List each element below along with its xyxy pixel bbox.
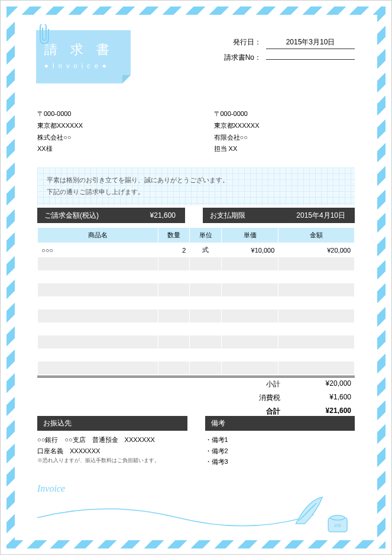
cell-qty bbox=[158, 309, 190, 322]
recipient-block: 〒000-0000 東京都XXXXXX 株式会社○○ XX様 bbox=[37, 108, 179, 155]
cell-price bbox=[221, 257, 278, 270]
tax-label: 消費税 bbox=[233, 393, 280, 403]
cell-qty: 2 bbox=[158, 243, 190, 257]
table-row bbox=[38, 296, 355, 309]
col-unit: 単位 bbox=[190, 228, 222, 243]
cell-amount bbox=[278, 283, 355, 296]
cell-name bbox=[38, 349, 158, 362]
col-name: 商品名 bbox=[38, 228, 158, 243]
title-sticky-note: 請 求 書 ● I n v o i c e ● bbox=[36, 30, 131, 83]
recipient-postal: 〒000-0000 bbox=[37, 108, 179, 120]
cell-qty bbox=[158, 257, 190, 270]
col-qty: 数量 bbox=[158, 228, 190, 243]
amount-box: ご請求金額(税込) ¥21,600 bbox=[37, 208, 185, 223]
cell-amount bbox=[278, 349, 355, 362]
sender-person: 担当 XX bbox=[214, 143, 355, 155]
sender-block: 〒000-0000 東京都XXXXXX 有限会社○○ 担当 XX bbox=[179, 108, 355, 155]
cell-qty bbox=[158, 335, 190, 349]
addresses: 〒000-0000 東京都XXXXXX 株式会社○○ XX様 〒000-0000… bbox=[37, 108, 355, 155]
due-value: 2015年4月10日 bbox=[252, 211, 355, 221]
greeting-line2: 下記の通りご請求申し上げます。 bbox=[47, 186, 345, 198]
cell-name bbox=[38, 296, 158, 309]
cell-name: ○○○ bbox=[38, 243, 158, 257]
totals-block: 小計¥20,000 消費税¥1,600 合計¥21,600 bbox=[37, 376, 355, 418]
recipient-company: 株式会社○○ bbox=[37, 132, 179, 144]
document-frame: 請 求 書 ● I n v o i c e ● 発行日： 2015年3月10日 … bbox=[0, 0, 392, 555]
due-label: お支払期限 bbox=[203, 211, 252, 221]
cell-amount bbox=[278, 322, 355, 335]
bank-line2: 口座名義 XXXXXXX bbox=[37, 446, 187, 457]
cell-qty bbox=[158, 296, 190, 309]
content-area: 請 求 書 ● I n v o i c e ● 発行日： 2015年3月10日 … bbox=[20, 20, 372, 535]
header-meta: 発行日： 2015年3月10日 請求書No： bbox=[220, 37, 355, 66]
amount-label: ご請求金額(税込) bbox=[37, 211, 106, 221]
svg-text:ink: ink bbox=[334, 522, 341, 528]
table-row bbox=[38, 309, 355, 322]
bank-note: ※恐れ入りますが、振込手数料はご負担願います。 bbox=[37, 456, 187, 465]
cell-price: ¥10,000 bbox=[221, 243, 278, 257]
table-row bbox=[38, 283, 355, 296]
table-row bbox=[38, 257, 355, 270]
document-subtitle: ● I n v o i c e ● bbox=[44, 62, 122, 69]
document-title: 請 求 書 bbox=[44, 41, 122, 59]
cell-name bbox=[38, 322, 158, 335]
remarks-section: 備考 ・備考1・備考2・備考3 bbox=[205, 416, 355, 467]
cell-unit: 式 bbox=[190, 243, 222, 257]
table-row bbox=[38, 362, 355, 375]
invoice-no-label: 請求書No： bbox=[220, 53, 261, 63]
table-row bbox=[38, 270, 355, 283]
sender-postal: 〒000-0000 bbox=[214, 108, 355, 120]
cell-price bbox=[221, 335, 278, 349]
paperclip-icon bbox=[40, 24, 50, 44]
cell-name bbox=[38, 335, 158, 349]
greeting-box: 平素は格別のお引き立てを賜り、誠にありがとうございます。 下記の通りご請求申し上… bbox=[37, 167, 355, 205]
due-box: お支払期限 2015年4月10日 bbox=[203, 208, 355, 223]
sender-company: 有限会社○○ bbox=[214, 132, 355, 144]
bottom-sections: お振込先 ○○銀行 ○○支店 普通預金 XXXXXXX 口座名義 XXXXXXX… bbox=[37, 416, 355, 467]
issue-date-label: 発行日： bbox=[220, 37, 261, 47]
invoice-no-value bbox=[266, 58, 355, 60]
cell-qty bbox=[158, 349, 190, 362]
cell-unit bbox=[190, 322, 222, 335]
cell-qty bbox=[158, 283, 190, 296]
bank-heading: お振込先 bbox=[37, 416, 187, 431]
issue-date-value: 2015年3月10日 bbox=[266, 37, 355, 49]
cell-unit bbox=[190, 349, 222, 362]
cell-name bbox=[38, 257, 158, 270]
cell-unit bbox=[190, 296, 222, 309]
cell-amount bbox=[278, 362, 355, 375]
cell-price bbox=[221, 349, 278, 362]
items-table: 商品名 数量 単位 単価 金額 ○○○2式¥10,000¥20,000 bbox=[37, 228, 355, 375]
summary-bar: ご請求金額(税込) ¥21,600 お支払期限 2015年4月10日 bbox=[37, 208, 355, 223]
total-value: ¥21,600 bbox=[280, 406, 351, 417]
col-amount: 金額 bbox=[278, 228, 355, 243]
cell-name bbox=[38, 270, 158, 283]
cell-amount bbox=[278, 309, 355, 322]
cell-price bbox=[221, 283, 278, 296]
bank-section: お振込先 ○○銀行 ○○支店 普通預金 XXXXXXX 口座名義 XXXXXXX… bbox=[37, 416, 187, 467]
cell-qty bbox=[158, 322, 190, 335]
cell-name bbox=[38, 362, 158, 375]
amount-value: ¥21,600 bbox=[106, 211, 185, 220]
recipient-address: 東京都XXXXXX bbox=[37, 120, 179, 132]
svg-point-3 bbox=[331, 515, 345, 520]
cell-unit bbox=[190, 309, 222, 322]
cell-qty bbox=[158, 270, 190, 283]
cell-unit bbox=[190, 270, 222, 283]
cell-price bbox=[221, 309, 278, 322]
cell-unit bbox=[190, 257, 222, 270]
cell-amount bbox=[278, 270, 355, 283]
cell-amount bbox=[278, 296, 355, 309]
table-row bbox=[38, 322, 355, 335]
cell-price bbox=[221, 322, 278, 335]
col-price: 単価 bbox=[221, 228, 278, 243]
greeting-line1: 平素は格別のお引き立てを賜り、誠にありがとうございます。 bbox=[47, 175, 345, 186]
subtotal-value: ¥20,000 bbox=[280, 379, 351, 389]
total-label: 合計 bbox=[233, 406, 280, 417]
cell-unit bbox=[190, 335, 222, 349]
tax-value: ¥1,600 bbox=[280, 393, 351, 403]
cell-unit bbox=[190, 283, 222, 296]
subtotal-label: 小計 bbox=[233, 379, 280, 389]
cell-qty bbox=[158, 362, 190, 375]
cell-name bbox=[38, 283, 158, 296]
